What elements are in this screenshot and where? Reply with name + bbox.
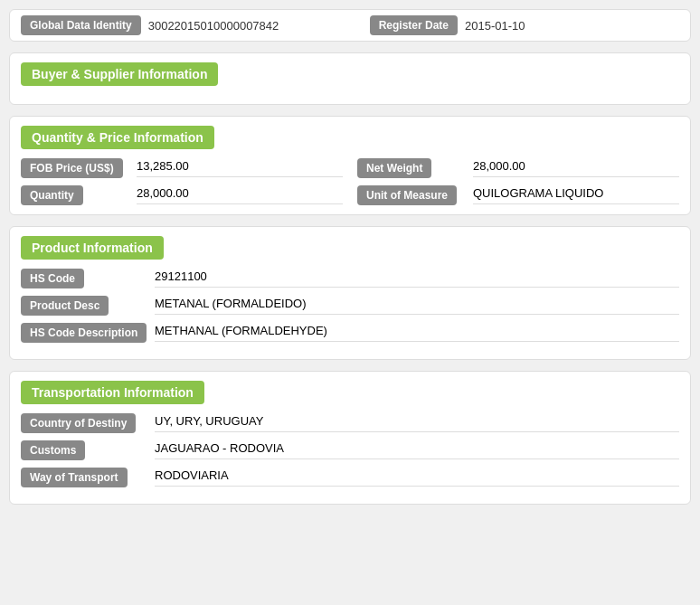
net-weight-label: Net Weight — [357, 158, 431, 178]
product-desc-value: METANAL (FORMALDEIDO) — [155, 297, 679, 315]
net-weight-field: Net Weight 28,000.00 — [357, 158, 679, 178]
buyer-supplier-card: Buyer & Supplier Information — [9, 52, 691, 105]
quantity-price-header: Quantity & Price Information — [21, 126, 214, 149]
register-date-value: 2015-01-10 — [465, 19, 679, 33]
hs-code-row: HS Code 29121100 — [21, 269, 679, 288]
country-of-destiny-label: Country of Destiny — [21, 413, 136, 433]
fob-price-value: 13,285.00 — [137, 159, 343, 177]
product-info-header: Product Information — [21, 236, 164, 260]
transportation-card: Transportation Information Country of De… — [9, 371, 691, 505]
product-desc-row: Product Desc METANAL (FORMALDEIDO) — [21, 296, 679, 316]
register-date-label: Register Date — [370, 15, 458, 35]
hs-code-label: HS Code — [21, 269, 84, 288]
fob-price-label: FOB Price (US$) — [21, 158, 123, 178]
product-info-card: Product Information HS Code 29121100 Pro… — [9, 226, 691, 360]
top-bar: Global Data Identity 3002201501000000784… — [9, 9, 691, 42]
quantity-uom-row: Quantity 28,000.00 Unit of Measure QUILO… — [21, 185, 679, 205]
quantity-field: Quantity 28,000.00 — [21, 185, 343, 205]
hs-code-desc-label: HS Code Description — [21, 323, 147, 343]
fob-net-row: FOB Price (US$) 13,285.00 Net Weight 28,… — [21, 158, 679, 178]
way-of-transport-row: Way of Transport RODOVIARIA — [21, 468, 679, 487]
transportation-header: Transportation Information — [21, 381, 204, 404]
quantity-value: 28,000.00 — [137, 186, 343, 204]
way-of-transport-value: RODOVIARIA — [155, 468, 679, 487]
customs-label: Customs — [21, 440, 85, 460]
unit-of-measure-field: Unit of Measure QUILOGRAMA LIQUIDO — [357, 185, 679, 205]
country-of-destiny-row: Country of Destiny UY, URY, URUGUAY — [21, 413, 679, 433]
quantity-label: Quantity — [21, 185, 83, 205]
global-data-identity-value: 30022015010000007842 — [148, 19, 363, 33]
hs-code-desc-value: METHANAL (FORMALDEHYDE) — [155, 324, 679, 342]
country-of-destiny-value: UY, URY, URUGUAY — [155, 414, 679, 432]
unit-of-measure-label: Unit of Measure — [357, 185, 457, 205]
customs-value: JAGUARAO - RODOVIA — [155, 441, 679, 459]
fob-price-field: FOB Price (US$) 13,285.00 — [21, 158, 343, 178]
buyer-supplier-header: Buyer & Supplier Information — [21, 62, 218, 86]
product-desc-label: Product Desc — [21, 296, 109, 316]
customs-row: Customs JAGUARAO - RODOVIA — [21, 440, 679, 460]
hs-code-value: 29121100 — [155, 269, 679, 288]
way-of-transport-label: Way of Transport — [21, 468, 128, 487]
net-weight-value: 28,000.00 — [473, 159, 679, 177]
unit-of-measure-value: QUILOGRAMA LIQUIDO — [473, 186, 679, 204]
quantity-price-card: Quantity & Price Information FOB Price (… — [9, 116, 691, 215]
global-data-identity-label: Global Data Identity — [21, 15, 141, 35]
hs-code-desc-row: HS Code Description METHANAL (FORMALDEHY… — [21, 323, 679, 343]
